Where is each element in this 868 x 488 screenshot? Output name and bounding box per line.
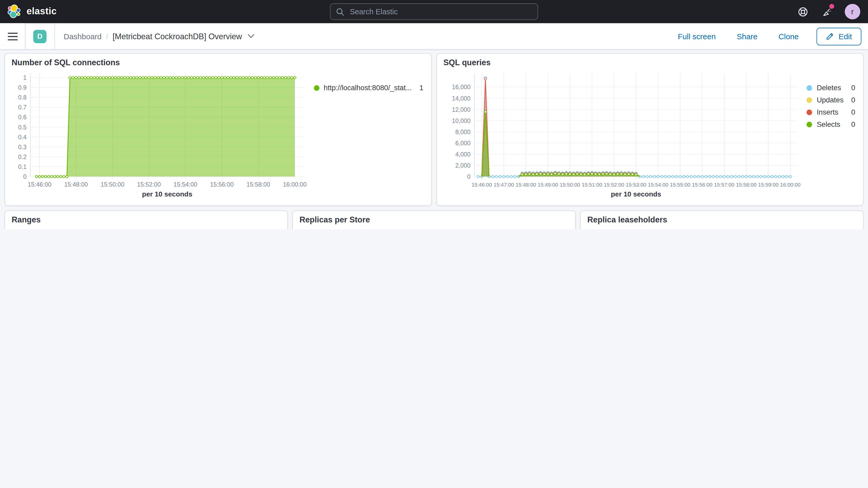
panel-title: Replica leaseholders	[587, 215, 857, 224]
svg-text:6,000: 6,000	[455, 140, 471, 147]
chart-legend: http://localhost:8080/_sta...89	[738, 226, 858, 229]
clone-button[interactable]: Clone	[775, 31, 802, 41]
elastic-brand[interactable]: elastic	[0, 4, 57, 19]
legend-value: 0	[848, 120, 855, 128]
svg-text:15:46:00: 15:46:00	[471, 182, 492, 188]
search-icon	[336, 7, 344, 16]
panel-title: Replicas per Store	[299, 215, 569, 224]
dashboard-actions: Full screen Share Clone Edit	[674, 27, 868, 45]
legend-item[interactable]: Updates0	[807, 96, 855, 104]
svg-text:15:56:00: 15:56:00	[692, 182, 713, 188]
svg-text:16,000: 16,000	[452, 84, 471, 91]
panel-title: Number of SQL connections	[12, 58, 426, 67]
sql-connections-chart[interactable]: 00.10.20.30.40.50.60.70.80.9115:46:0015:…	[10, 69, 308, 201]
svg-text:8,000: 8,000	[455, 129, 471, 135]
legend-item[interactable]: Inserts0	[807, 108, 855, 116]
share-button[interactable]: Share	[733, 31, 761, 41]
legend-color-dot	[807, 122, 812, 127]
legend-color-dot	[807, 85, 812, 90]
svg-text:15:54:00: 15:54:00	[648, 182, 669, 188]
svg-text:0.2: 0.2	[18, 154, 27, 160]
svg-text:15:50:00: 15:50:00	[100, 181, 124, 188]
legend-label: http://localhost:8080/_stat...	[324, 84, 412, 92]
pencil-icon	[826, 32, 834, 40]
help-button[interactable]	[796, 5, 809, 18]
svg-text:15:51:00: 15:51:00	[582, 182, 602, 188]
svg-text:0: 0	[467, 173, 471, 180]
global-search-box[interactable]	[330, 3, 538, 20]
svg-text:15:52:00: 15:52:00	[137, 181, 161, 188]
svg-text:0.8: 0.8	[18, 94, 27, 101]
panel-title: SQL queries	[443, 58, 857, 67]
title-menu-button[interactable]	[247, 34, 255, 39]
breadcrumb: Dashboard / [Metricbeat CockroachDB] Ove…	[55, 32, 255, 40]
chart-legend: http://localhost:8080/_sta...89	[450, 226, 570, 229]
svg-text:15:46:00: 15:46:00	[28, 181, 52, 188]
breadcrumb-separator: /	[106, 32, 108, 40]
svg-text:15:54:00: 15:54:00	[174, 181, 197, 188]
breadcrumb-dashboard-link[interactable]: Dashboard	[64, 32, 102, 40]
svg-text:0.4: 0.4	[18, 134, 27, 141]
sql-queries-chart[interactable]: 02,0004,0006,0008,00010,00012,00014,0001…	[442, 69, 801, 201]
legend-item[interactable]: http://localhost:8080/_stat...1	[314, 84, 423, 92]
svg-text:4,000: 4,000	[455, 151, 471, 158]
svg-text:1: 1	[23, 74, 27, 81]
svg-text:15:50:00: 15:50:00	[560, 182, 580, 188]
svg-text:per 10 seconds: per 10 seconds	[611, 190, 661, 198]
avatar[interactable]: r	[845, 4, 861, 20]
legend-value: 0	[848, 84, 855, 92]
svg-text:15:53:00: 15:53:00	[626, 182, 646, 188]
svg-text:15:52:00: 15:52:00	[604, 182, 624, 188]
svg-text:15:49:00: 15:49:00	[538, 182, 558, 188]
panel-ranges: Ranges 0102030405060708015:46:0015:48:00…	[4, 210, 288, 229]
hamburger-icon	[7, 32, 18, 40]
search-input[interactable]	[349, 7, 532, 17]
menu-button[interactable]	[0, 23, 26, 49]
chevron-down-icon	[247, 34, 255, 39]
svg-text:0.6: 0.6	[18, 114, 27, 121]
chart-legend: Deletes0Updates0Inserts0Selects0	[801, 69, 858, 201]
legend-color-dot	[807, 97, 812, 103]
ranges-chart[interactable]: 0102030405060708015:46:0015:48:0015:50:0…	[10, 226, 202, 229]
replicas-per-store-chart[interactable]: 0102030405060708015:46:0015:49:0015:52:0…	[298, 226, 450, 229]
svg-text:15:58:00: 15:58:00	[736, 182, 756, 188]
legend-color-dot	[314, 85, 319, 90]
dashboard-badge: D	[33, 30, 46, 43]
svg-text:0: 0	[23, 173, 27, 180]
dashboard-badge-cell: D	[26, 23, 55, 49]
page-title: [Metricbeat CockroachDB] Overview	[113, 32, 242, 40]
chart-legend: http://localhost:8080/_stat...1	[308, 69, 426, 201]
full-screen-button[interactable]: Full screen	[674, 31, 719, 41]
svg-text:15:59:00: 15:59:00	[758, 182, 779, 188]
nav-bar: D Dashboard / [Metricbeat CockroachDB] O…	[0, 23, 868, 50]
panel-replica-leaseholders: Replica leaseholders 0102030405060708015…	[580, 210, 864, 229]
svg-text:15:47:00: 15:47:00	[494, 182, 514, 188]
replica-leaseholders-chart[interactable]: 0102030405060708015:46:0015:49:0015:52:0…	[586, 226, 738, 229]
svg-text:15:56:00: 15:56:00	[210, 181, 234, 188]
newsfeed-button[interactable]	[820, 5, 834, 18]
legend-item[interactable]: Selects0	[807, 120, 855, 128]
panel-replicas-per-store: Replicas per Store 0102030405060708015:4…	[292, 210, 576, 229]
legend-color-dot	[807, 110, 812, 115]
svg-text:15:57:00: 15:57:00	[714, 182, 735, 188]
panel-sql-queries: SQL queries 02,0004,0006,0008,00010,0001…	[436, 53, 864, 206]
svg-text:0.9: 0.9	[18, 84, 27, 91]
notification-dot	[829, 3, 835, 9]
legend-label: Selects	[817, 120, 840, 128]
top-bar: elastic	[0, 0, 868, 23]
legend-label: Deletes	[817, 84, 841, 92]
legend-value: 1	[416, 84, 423, 92]
panel-number-of-sql-connections: Number of SQL connections 00.10.20.30.40…	[4, 53, 432, 206]
legend-label: Inserts	[817, 108, 838, 116]
svg-text:12,000: 12,000	[452, 106, 471, 113]
legend-item[interactable]: Deletes0	[807, 84, 855, 92]
legend-value: 0	[848, 96, 855, 104]
svg-text:2,000: 2,000	[455, 162, 471, 169]
brand-name: elastic	[27, 6, 57, 17]
svg-text:0.3: 0.3	[18, 144, 27, 150]
panel-title: Ranges	[12, 215, 282, 224]
edit-button[interactable]: Edit	[816, 27, 862, 45]
svg-text:16:00:00: 16:00:00	[780, 182, 801, 188]
svg-text:0.1: 0.1	[18, 163, 27, 170]
kibana-dashboard: elastic	[0, 0, 868, 229]
